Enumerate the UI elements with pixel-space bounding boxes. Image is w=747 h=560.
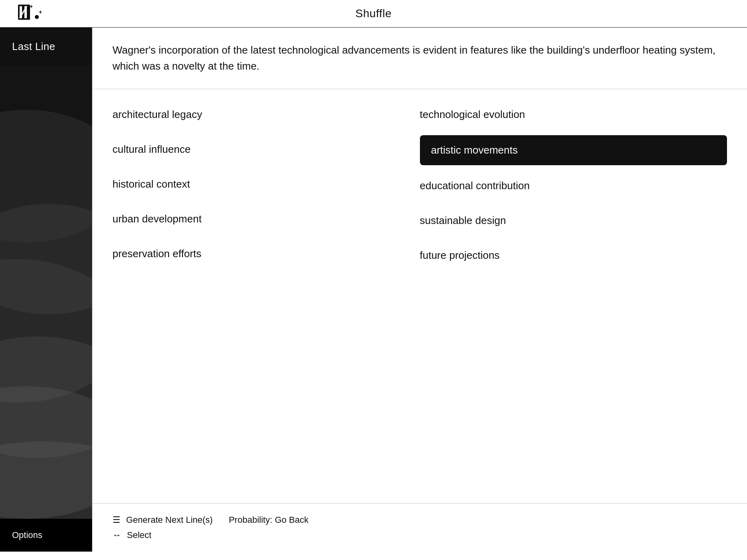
sidebar: Last Line Options [0,28,92,552]
options-grid: architectural legacy cultural influence … [92,89,747,503]
content-area: Wagner's incorporation of the latest tec… [92,28,747,552]
probability-go-back-action[interactable]: Probability: Go Back [229,515,308,525]
options-bar: ☰ Generate Next Line(s) Probability: Go … [92,503,747,552]
option-preservation-efforts[interactable]: preservation efforts [112,236,420,271]
header-title: Shuffle [355,7,392,20]
sidebar-abstract-bg [0,66,92,519]
svg-text:+: + [30,3,33,10]
header: + + Shuffle [0,0,747,28]
select-action[interactable]: ↔ Select [112,530,151,540]
probability-label: Probability: Go Back [229,515,308,525]
right-column: technological evolution artistic movemen… [420,97,727,273]
option-urban-development[interactable]: urban development [112,202,420,236]
logo: + + [16,3,48,25]
option-future-projections[interactable]: future projections [420,238,727,273]
option-educational-contribution[interactable]: educational contribution [420,168,727,203]
option-historical-context[interactable]: historical context [112,167,420,202]
option-cultural-influence[interactable]: cultural influence [112,132,420,167]
select-label: Select [127,530,151,540]
option-sustainable-design[interactable]: sustainable design [420,203,727,238]
last-line-text: Wagner's incorporation of the latest tec… [92,28,747,89]
svg-point-13 [0,442,92,519]
lines-icon: ☰ [112,515,120,525]
main-layout: Last Line Options Wagner's incorporation… [0,28,747,552]
svg-text:+: + [39,9,42,15]
sidebar-options-label: Options [0,519,92,552]
sidebar-last-line-label: Last Line [0,28,92,66]
svg-point-5 [35,15,39,19]
arrows-icon: ↔ [112,530,121,540]
option-technological-evolution[interactable]: technological evolution [420,97,727,132]
options-bar-row-2: ↔ Select [112,530,727,540]
option-artistic-movements[interactable]: artistic movements [420,135,727,165]
left-column: architectural legacy cultural influence … [112,97,420,273]
options-bar-row-1: ☰ Generate Next Line(s) Probability: Go … [112,515,727,525]
generate-next-action[interactable]: ☰ Generate Next Line(s) [112,515,213,525]
generate-next-label: Generate Next Line(s) [126,515,213,525]
option-architectural-legacy[interactable]: architectural legacy [112,97,420,132]
